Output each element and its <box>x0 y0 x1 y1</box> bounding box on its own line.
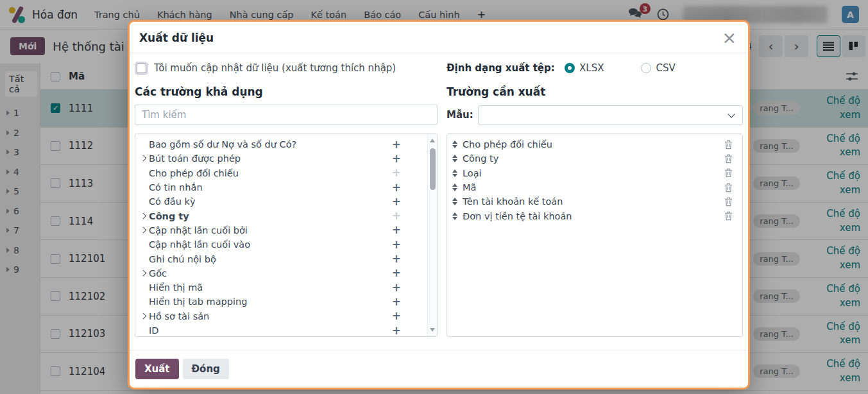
available-fields-column: Tôi muốn cập nhật dữ liệu (xuất tương th… <box>135 61 438 350</box>
expand-caret-icon[interactable] <box>140 269 149 278</box>
available-field-row[interactable]: Có đầu kỳ + <box>135 194 437 209</box>
available-field-row[interactable]: Ghi chú nội bộ + <box>135 252 437 266</box>
export-fields-title: Trường cần xuất <box>447 85 743 98</box>
field-search-input[interactable] <box>135 105 438 125</box>
export-button[interactable]: Xuất <box>135 359 179 379</box>
add-field-icon[interactable]: + <box>392 239 401 250</box>
template-label: Mẫu: <box>447 109 478 121</box>
scroll-up-icon[interactable] <box>430 139 435 142</box>
drag-handle-icon[interactable] <box>452 212 457 220</box>
add-field-icon[interactable]: + <box>392 268 401 278</box>
list-scrollbar[interactable] <box>427 134 437 336</box>
radio-icon[interactable] <box>641 63 651 73</box>
add-field-icon[interactable]: + <box>392 282 401 293</box>
drag-handle-icon[interactable] <box>452 141 457 148</box>
available-field-row[interactable]: Hiển thị mã + <box>135 280 437 295</box>
format-option-xlsx[interactable]: XLSX <box>565 62 604 74</box>
add-field-icon[interactable]: + <box>392 296 401 307</box>
available-fields-list: Bao gồm số dư Nợ và số dư Có? + Bút toán… <box>135 133 438 337</box>
import-compatible-checkbox[interactable] <box>137 64 146 73</box>
export-fields-column: Định dạng xuất tệp: XLSX CSV Trường cần … <box>447 61 743 350</box>
available-field-row[interactable]: Có tin nhắn + <box>135 180 437 194</box>
remove-field-icon[interactable] <box>724 168 733 178</box>
available-fields-title: Các trường khả dụng <box>135 85 438 98</box>
add-field-icon[interactable]: + <box>392 153 401 164</box>
scrollbar-thumb[interactable] <box>430 148 436 190</box>
available-field-row[interactable]: Công ty + <box>135 209 437 223</box>
dialog-title: Xuất dữ liệu <box>139 31 214 44</box>
available-field-row[interactable]: Gốc + <box>135 266 437 280</box>
drag-handle-icon[interactable] <box>452 184 457 191</box>
available-field-row[interactable]: Bút toán được phép + <box>135 151 437 166</box>
available-field-row[interactable]: Bao gồm số dư Nợ và số dư Có? + <box>135 137 437 151</box>
export-field-row[interactable]: Mã <box>447 180 742 194</box>
close-button[interactable]: Đóng <box>183 359 229 379</box>
add-field-icon[interactable]: + <box>392 325 401 336</box>
available-field-row[interactable]: Cập nhật lần cuối vào + <box>135 237 437 252</box>
drag-handle-icon[interactable] <box>452 155 457 162</box>
drag-handle-icon[interactable] <box>452 198 457 205</box>
add-field-icon[interactable]: + <box>392 167 401 178</box>
expand-caret-icon[interactable] <box>140 212 149 221</box>
available-field-row[interactable]: Hiển thị tab mapping + <box>135 295 437 309</box>
export-format-row: Định dạng xuất tệp: XLSX CSV <box>447 61 743 75</box>
import-compatible-option[interactable]: Tôi muốn cập nhật dữ liệu (xuất tương th… <box>135 61 438 75</box>
add-field-icon[interactable]: + <box>392 311 401 321</box>
available-field-row[interactable]: Cập nhật lần cuối bởi + <box>135 223 437 237</box>
remove-field-icon[interactable] <box>724 154 733 164</box>
add-field-icon[interactable]: + <box>392 196 401 207</box>
available-field-row[interactable]: Cho phép đối chiếu + <box>135 166 437 180</box>
available-field-row[interactable]: ID + <box>135 323 437 337</box>
remove-field-icon[interactable] <box>724 183 733 193</box>
remove-field-icon[interactable] <box>724 197 733 207</box>
available-field-row[interactable]: Hồ sơ tài sản + <box>135 309 437 323</box>
add-field-icon[interactable]: + <box>392 210 401 221</box>
expand-caret-icon[interactable] <box>140 154 149 163</box>
scroll-down-icon[interactable] <box>430 328 435 332</box>
export-field-row[interactable]: Công ty <box>447 151 742 166</box>
remove-field-icon[interactable] <box>724 211 733 221</box>
export-field-row[interactable]: Tên tài khoản kế toán <box>447 194 742 209</box>
remove-field-icon[interactable] <box>724 140 733 150</box>
template-select[interactable] <box>478 105 743 125</box>
close-icon[interactable]: × <box>722 31 736 44</box>
export-field-row[interactable]: Đơn vị tiền tệ tài khoản <box>447 209 742 223</box>
import-compatible-label: Tôi muốn cập nhật dữ liệu (xuất tương th… <box>154 62 396 74</box>
format-option-csv[interactable]: CSV <box>641 62 675 74</box>
add-field-icon[interactable]: + <box>392 182 401 193</box>
radio-icon[interactable] <box>565 63 575 73</box>
add-field-icon[interactable]: + <box>392 139 401 150</box>
export-fields-list: Cho phép đối chiếu Công ty Loại Mã <box>447 133 743 337</box>
drag-handle-icon[interactable] <box>452 169 457 177</box>
format-label: Định dạng xuất tệp: <box>447 62 565 74</box>
add-field-icon[interactable]: + <box>392 225 401 236</box>
add-field-icon[interactable]: + <box>392 253 401 264</box>
export-field-row[interactable]: Cho phép đối chiếu <box>447 137 742 151</box>
export-field-row[interactable]: Loại <box>447 166 742 180</box>
expand-caret-icon[interactable] <box>140 226 149 235</box>
export-dialog: Xuất dữ liệu × Tôi muốn cập nhật dữ liệu… <box>128 20 750 390</box>
expand-caret-icon[interactable] <box>140 312 149 321</box>
